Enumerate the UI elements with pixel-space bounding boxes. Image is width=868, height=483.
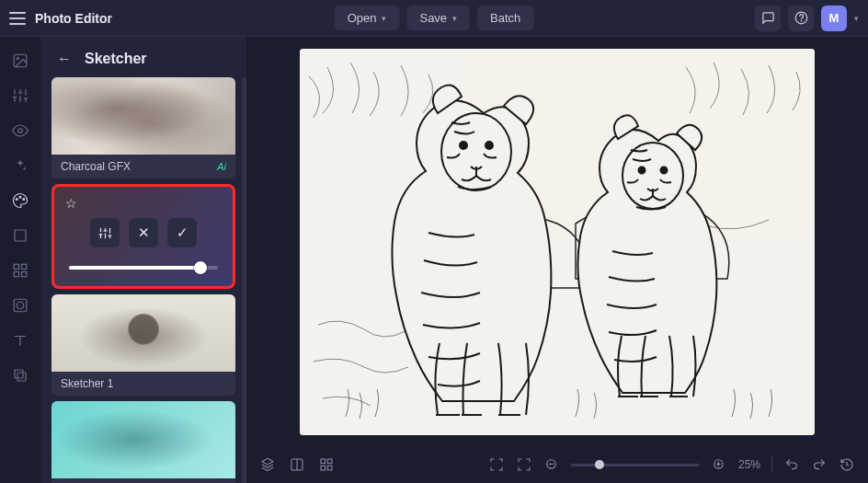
app-title: Photo Editor (35, 11, 112, 26)
effect-thumbnail (51, 294, 235, 372)
grid-view-icon[interactable] (318, 456, 335, 473)
svg-point-14 (16, 199, 17, 201)
feedback-icon[interactable] (755, 6, 781, 31)
svg-point-40 (639, 167, 645, 173)
rail-adjust-icon[interactable] (11, 86, 29, 105)
svg-point-23 (17, 302, 24, 309)
cancel-button[interactable]: ✕ (129, 218, 158, 247)
rail-crop-icon[interactable] (11, 226, 29, 245)
slider-thumb[interactable] (194, 261, 207, 274)
rail-eye-icon[interactable] (11, 121, 29, 140)
svg-rect-19 (22, 264, 27, 269)
avatar[interactable]: M (821, 6, 847, 31)
compare-icon[interactable] (289, 456, 305, 473)
svg-point-16 (23, 199, 25, 201)
save-button[interactable]: Save▾ (406, 6, 470, 30)
zoom-percent: 25% (738, 458, 760, 471)
rail-grid-icon[interactable] (11, 261, 29, 280)
rail-image-icon[interactable] (11, 52, 29, 70)
svg-rect-35 (300, 49, 815, 435)
svg-rect-24 (15, 370, 23, 378)
chevron-down-icon: ▾ (382, 14, 386, 23)
svg-point-13 (18, 129, 23, 133)
history-icon[interactable] (839, 456, 855, 473)
chevron-down-icon: ▾ (452, 14, 457, 23)
zoom-in-icon[interactable] (711, 456, 727, 473)
effect-label: Charcoal GFX (61, 160, 131, 173)
actual-size-icon[interactable] (516, 456, 532, 473)
zoom-slider[interactable] (571, 464, 700, 466)
rail-ai-icon[interactable] (11, 156, 29, 175)
effect-label: Sketcher 1 (61, 377, 113, 390)
svg-point-3 (17, 57, 18, 59)
effect-card-sketcher2[interactable]: Sketcher 2 (51, 401, 235, 483)
redo-icon[interactable] (811, 456, 828, 473)
zoom-out-icon[interactable] (543, 456, 560, 473)
batch-button[interactable]: Batch (477, 6, 533, 30)
effect-card-sketcher1[interactable]: Sketcher 1 (51, 294, 235, 396)
rail-text-icon[interactable] (11, 331, 29, 350)
svg-point-38 (485, 142, 493, 149)
rail-effects-icon[interactable] (11, 191, 29, 210)
effect-thumbnail (51, 401, 235, 478)
svg-point-1 (801, 20, 802, 21)
zoom-thumb[interactable] (595, 460, 604, 469)
svg-rect-22 (14, 299, 27, 312)
active-effect-controls: ☆ ✕ ✓ (51, 184, 235, 289)
open-button[interactable]: Open▾ (335, 6, 400, 30)
rail-shape-icon[interactable] (11, 296, 29, 315)
effects-panel: ← Sketcher Charcoal GFXAi ☆ ✕ ✓ (40, 37, 246, 483)
svg-point-15 (19, 196, 21, 198)
svg-rect-21 (22, 272, 27, 277)
undo-icon[interactable] (783, 456, 800, 473)
svg-rect-17 (15, 230, 26, 241)
top-toolbar: Photo Editor Open▾ Save▾ Batch M ▾ (0, 0, 868, 37)
ai-badge: Ai (217, 161, 226, 172)
intensity-slider[interactable] (69, 266, 218, 270)
fit-screen-icon[interactable] (488, 456, 505, 473)
svg-rect-20 (14, 272, 18, 277)
svg-point-41 (661, 167, 668, 173)
layers-icon[interactable] (259, 456, 276, 473)
tool-rail (0, 37, 40, 483)
svg-rect-46 (321, 466, 326, 470)
svg-rect-45 (327, 459, 332, 464)
favorite-icon[interactable]: ☆ (65, 196, 222, 211)
svg-rect-25 (17, 373, 26, 381)
svg-rect-18 (14, 264, 18, 269)
bottom-toolbar: 25% (246, 446, 868, 483)
back-icon[interactable]: ← (55, 50, 74, 68)
menu-icon[interactable] (9, 12, 26, 25)
chevron-down-icon[interactable]: ▾ (854, 14, 859, 23)
effect-card-charcoal[interactable]: Charcoal GFXAi (51, 77, 235, 178)
apply-button[interactable]: ✓ (167, 218, 197, 247)
svg-point-37 (460, 142, 467, 149)
canvas-preview[interactable] (300, 49, 815, 435)
svg-rect-47 (327, 466, 332, 470)
settings-button[interactable] (90, 218, 120, 247)
rail-layers-icon[interactable] (11, 366, 29, 385)
effect-thumbnail (51, 77, 235, 155)
panel-title: Sketcher (85, 51, 147, 67)
help-icon[interactable] (788, 6, 814, 31)
svg-rect-44 (321, 459, 326, 464)
